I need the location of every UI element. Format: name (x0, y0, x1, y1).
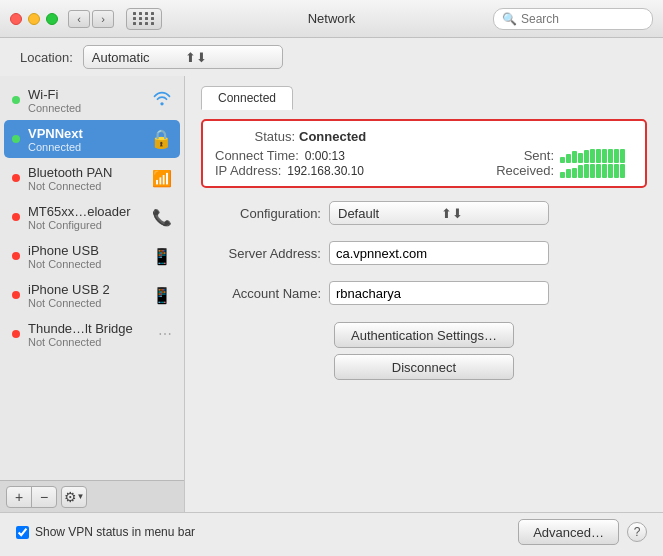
server-row: Server Address: (201, 241, 647, 265)
sidebar-item-name-iphone-usb: iPhone USB (28, 243, 144, 258)
status-right-sent: Sent: (524, 148, 625, 163)
show-vpn-checkbox[interactable] (16, 526, 29, 539)
location-value: Automatic (92, 50, 181, 65)
nav-buttons: ‹ › (68, 10, 114, 28)
bluetooth-icon: 📶 (152, 169, 172, 188)
sidebar-item-iphone-usb2[interactable]: iPhone USB 2 Not Connected 📱 (4, 276, 180, 314)
server-address-input[interactable] (329, 241, 549, 265)
sidebar-item-text-vpnnext: VPNNext Connected (28, 126, 142, 153)
location-bar: Location: Automatic ⬆⬇ (0, 38, 663, 76)
sidebar-item-mt65xx[interactable]: MT65xx…eloader Not Configured 📞 (4, 198, 180, 236)
sent-traffic-bars (560, 149, 625, 163)
show-vpn-label: Show VPN status in menu bar (35, 525, 195, 539)
traffic-lights (10, 13, 58, 25)
thunderbolt-icon: ⋯ (158, 326, 172, 342)
sidebar-item-name-mt65xx: MT65xx…eloader (28, 204, 144, 219)
status-dot-iphone-usb (12, 252, 20, 260)
titlebar: ‹ › Network 🔍 (0, 0, 663, 38)
window-title: Network (308, 11, 356, 26)
tab-bar: Connected (201, 86, 647, 110)
advanced-button[interactable]: Advanced… (518, 519, 619, 545)
sidebar-item-status-iphone-usb2: Not Connected (28, 297, 144, 309)
sidebar-item-name-wifi: Wi-Fi (28, 87, 144, 102)
status-dot-mt65xx (12, 213, 20, 221)
sidebar-item-thunderbolt[interactable]: Thunde…lt Bridge Not Connected ⋯ (4, 315, 180, 353)
config-value: Default (338, 206, 437, 221)
sidebar: Wi-Fi Connected VPNNext Connected (0, 76, 185, 512)
config-dropdown-arrow-icon: ⬆⬇ (441, 206, 540, 221)
vpn-icon: 🔒 (150, 128, 172, 150)
sidebar-item-bluetooth-pan[interactable]: Bluetooth PAN Not Connected 📶 (4, 159, 180, 197)
sidebar-item-name-vpnnext: VPNNext (28, 126, 142, 141)
sidebar-item-status-bluetooth: Not Connected (28, 180, 144, 192)
close-button[interactable] (10, 13, 22, 25)
phone-icon: 📞 (152, 208, 172, 227)
status-dot-wifi (12, 96, 20, 104)
sidebar-item-name-bluetooth: Bluetooth PAN (28, 165, 144, 180)
sidebar-item-vpnnext[interactable]: VPNNext Connected 🔒 (4, 120, 180, 158)
add-interface-button[interactable]: + (6, 486, 32, 508)
status-main-row: Status: Connected (215, 129, 633, 144)
status-box: Status: Connected Connect Time: 0:00:13 … (201, 119, 647, 188)
ip-label: IP Address: (215, 163, 281, 178)
sidebar-item-name-iphone-usb2: iPhone USB 2 (28, 282, 144, 297)
sidebar-item-text-iphone-usb: iPhone USB Not Connected (28, 243, 144, 270)
config-label: Configuration: (201, 206, 321, 221)
forward-button[interactable]: › (92, 10, 114, 28)
sidebar-item-status-mt65xx: Not Configured (28, 219, 144, 231)
back-button[interactable]: ‹ (68, 10, 90, 28)
sidebar-item-text-bluetooth: Bluetooth PAN Not Connected (28, 165, 144, 192)
sidebar-item-status-iphone-usb: Not Connected (28, 258, 144, 270)
sidebar-item-text-iphone-usb2: iPhone USB 2 Not Connected (28, 282, 144, 309)
sidebar-list: Wi-Fi Connected VPNNext Connected (0, 76, 184, 480)
status-left-ip: IP Address: 192.168.30.10 (215, 163, 364, 178)
sidebar-item-iphone-usb[interactable]: iPhone USB Not Connected 📱 (4, 237, 180, 275)
account-name-input[interactable] (329, 281, 549, 305)
settings-gear-button[interactable]: ⚙ ▼ (61, 486, 87, 508)
bottom-bar: Show VPN status in menu bar Advanced… ? (0, 512, 663, 551)
sidebar-item-wifi[interactable]: Wi-Fi Connected (4, 81, 180, 119)
maximize-button[interactable] (46, 13, 58, 25)
sidebar-item-name-thunderbolt: Thunde…lt Bridge (28, 321, 150, 336)
search-bar[interactable]: 🔍 (493, 8, 653, 30)
footer: Revert Apply (0, 551, 663, 556)
gear-icon: ⚙ (64, 489, 77, 505)
iphone2-icon: 📱 (152, 286, 172, 305)
tab-connected[interactable]: Connected (201, 86, 293, 110)
sidebar-item-text-wifi: Wi-Fi Connected (28, 87, 144, 114)
location-label: Location: (20, 50, 73, 65)
show-vpn-status-row: Show VPN status in menu bar (16, 525, 510, 539)
app-grid-button[interactable] (126, 8, 162, 30)
account-label: Account Name: (201, 286, 321, 301)
main-content: Wi-Fi Connected VPNNext Connected (0, 76, 663, 512)
search-input[interactable] (521, 12, 644, 26)
config-dropdown[interactable]: Default ⬆⬇ (329, 201, 549, 225)
received-label: Received: (496, 163, 554, 178)
status-dot-vpnnext (12, 135, 20, 143)
disconnect-button[interactable]: Disconnect (334, 354, 514, 380)
minimize-button[interactable] (28, 13, 40, 25)
status-label: Status: (215, 129, 295, 144)
status-dot-iphone-usb2 (12, 291, 20, 299)
status-detail-row: Connect Time: 0:00:13 Sent: (215, 148, 633, 163)
sidebar-item-text-mt65xx: MT65xx…eloader Not Configured (28, 204, 144, 231)
sidebar-item-text-thunderbolt: Thunde…lt Bridge Not Connected (28, 321, 150, 348)
iphone-icon: 📱 (152, 247, 172, 266)
action-buttons: Authentication Settings… Disconnect (201, 322, 647, 380)
config-row: Configuration: Default ⬆⬇ (201, 201, 647, 225)
received-traffic-bars (560, 164, 625, 178)
remove-interface-button[interactable]: − (31, 486, 57, 508)
right-panel: Connected Status: Connected Connect Time… (185, 76, 663, 512)
ip-value: 192.168.30.10 (287, 164, 364, 178)
location-dropdown[interactable]: Automatic ⬆⬇ (83, 45, 283, 69)
sidebar-item-status-wifi: Connected (28, 102, 144, 114)
sidebar-item-status-thunderbolt: Not Connected (28, 336, 150, 348)
help-button[interactable]: ? (627, 522, 647, 542)
sidebar-item-status-vpnnext: Connected (28, 141, 142, 153)
wifi-icon (152, 90, 172, 111)
sidebar-toolbar: + − ⚙ ▼ (0, 480, 184, 512)
auth-settings-button[interactable]: Authentication Settings… (334, 322, 514, 348)
search-icon: 🔍 (502, 12, 517, 26)
sent-label: Sent: (524, 148, 554, 163)
status-dot-thunderbolt (12, 330, 20, 338)
